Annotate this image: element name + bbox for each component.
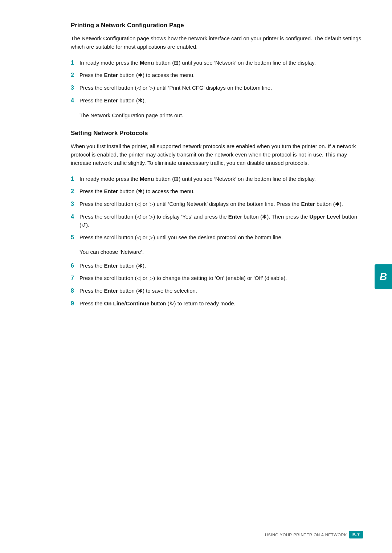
step-content: Press the Enter button (✱) to access the… [79, 187, 363, 196]
step-number: 1 [71, 58, 79, 68]
step-number: 1 [71, 175, 79, 184]
section1-note: The Network Configuration page prints ou… [79, 111, 363, 119]
list-item: 2 Press the Enter button (✱) to access t… [71, 71, 363, 80]
list-item: 1 In ready mode press the Menu button (⊞… [71, 175, 363, 184]
step-number: 7 [71, 274, 79, 283]
step-content: Press the scroll button (◁ or ▷) to disp… [79, 212, 363, 229]
list-item: 1 In ready mode press the Menu button (⊞… [71, 58, 363, 68]
section2-intro: When you first install the printer, all … [71, 142, 363, 167]
step-content: Press the Enter button (✱) to access the… [79, 71, 363, 80]
step-number: 5 [71, 233, 79, 242]
step-content: Press the Enter button (✱) to save the s… [79, 286, 363, 296]
section2-note5: You can choose ‘Netware’. [79, 248, 363, 256]
step-content: Press the scroll button (◁ or ▷) to chan… [79, 274, 363, 283]
step-content: Press the On Line/Continue button (↻) to… [79, 299, 363, 308]
list-item: 2 Press the Enter button (✱) to access t… [71, 187, 363, 196]
step-content: In ready mode press the Menu button (⊞) … [79, 58, 363, 68]
section1-title: Printing a Network Configuration Page [71, 22, 363, 29]
footer: Using Your Printer on a Network B.7 [265, 531, 363, 538]
step-content: Press the scroll button (◁ or ▷) until y… [79, 233, 363, 242]
step-number: 9 [71, 299, 79, 308]
step-number: 4 [71, 96, 79, 105]
section1-intro: The Network Configuration page shows how… [71, 34, 363, 51]
side-tab: B [375, 264, 392, 289]
step-content: In ready mode press the Menu button (⊞) … [79, 175, 363, 184]
step-number: 4 [71, 212, 79, 229]
list-item: 3 Press the scroll button (◁ or ▷) until… [71, 200, 363, 209]
section1-steps: 1 In ready mode press the Menu button (⊞… [71, 58, 363, 105]
section-protocols: Setting Network Protocols When you first… [71, 130, 363, 308]
page-container: Printing a Network Configuration Page Th… [0, 0, 392, 553]
list-item: 4 Press the scroll button (◁ or ▷) to di… [71, 212, 363, 229]
step-number: 3 [71, 200, 79, 209]
list-item: 5 Press the scroll button (◁ or ▷) until… [71, 233, 363, 242]
step-content: Press the scroll button (◁ or ▷) until ‘… [79, 200, 363, 209]
list-item: 3 Press the scroll button (◁ or ▷) until… [71, 84, 363, 93]
step-content: Press the Enter button (✱). [79, 261, 363, 271]
list-item: 6 Press the Enter button (✱). [71, 261, 363, 271]
list-item: 7 Press the scroll button (◁ or ▷) to ch… [71, 274, 363, 283]
step-number: 6 [71, 261, 79, 271]
list-item: 8 Press the Enter button (✱) to save the… [71, 286, 363, 296]
section2-steps2: 6 Press the Enter button (✱). 7 Press th… [71, 261, 363, 308]
side-tab-label: B [380, 271, 387, 282]
section2-title: Setting Network Protocols [71, 130, 363, 137]
step-number: 2 [71, 71, 79, 80]
section2-steps: 1 In ready mode press the Menu button (⊞… [71, 175, 363, 242]
section-printing: Printing a Network Configuration Page Th… [71, 22, 363, 119]
step-number: 8 [71, 286, 79, 296]
list-item: 9 Press the On Line/Continue button (↻) … [71, 299, 363, 308]
footer-badge: B.7 [349, 531, 363, 538]
step-number: 2 [71, 187, 79, 196]
step-content: Press the Enter button (✱). [79, 96, 363, 105]
list-item: 4 Press the Enter button (✱). [71, 96, 363, 105]
footer-text: Using Your Printer on a Network [265, 533, 347, 537]
step-content: Press the scroll button (◁ or ▷) until ‘… [79, 84, 363, 93]
step-number: 3 [71, 84, 79, 93]
